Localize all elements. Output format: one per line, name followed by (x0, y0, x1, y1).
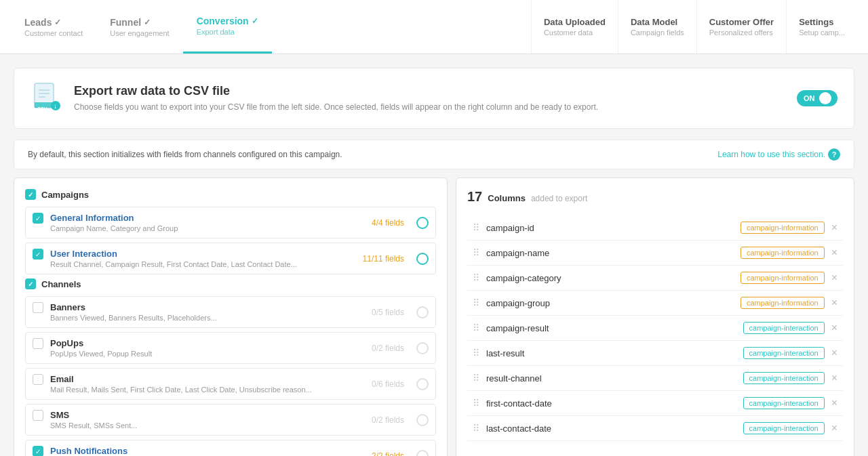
banners-checkbox[interactable] (33, 302, 43, 313)
left-panel: Campaigns General Information Campaign N… (14, 178, 448, 456)
user-interaction-desc: Result Channel, Campaign Result, First C… (50, 260, 356, 268)
learn-more-link[interactable]: Learn how to use this section. ? (717, 148, 840, 161)
popups-checkbox[interactable] (33, 338, 43, 349)
drag-handle[interactable]: ⠿ (473, 297, 479, 308)
campaigns-label: Campaigns (41, 190, 89, 200)
remove-column-button[interactable]: × (831, 398, 837, 409)
drag-handle[interactable]: ⠿ (473, 247, 479, 258)
column-tag: campaign-interaction (743, 347, 825, 359)
column-row: ⠿ campaign-group campaign-information × (467, 291, 843, 316)
popups-count: 0/2 fields (372, 344, 404, 353)
column-tag: campaign-interaction (743, 322, 825, 334)
sms-row: SMS SMS Result, SMSs Sent... 0/2 fields (25, 404, 436, 436)
column-tag: campaign-interaction (743, 422, 825, 434)
conversion-check: ✓ (252, 16, 258, 26)
export-info: Export raw data to CSV file Choose field… (74, 84, 786, 113)
push-notifications-name: Push Notifications (50, 446, 365, 456)
learn-more-text: Learn how to use this section. (717, 150, 825, 159)
nav-right: Data Uploaded Customer data Data Model C… (531, 0, 857, 54)
funnel-title: Funnel (110, 17, 141, 28)
banners-desc: Banners Viewed, Banners Results, Placeho… (50, 314, 365, 322)
email-checkbox[interactable] (33, 374, 43, 385)
column-tag: campaign-information (741, 222, 825, 234)
sms-checkbox[interactable] (33, 410, 43, 421)
drag-handle[interactable]: ⠿ (473, 272, 479, 283)
drag-handle[interactable]: ⠿ (473, 222, 479, 233)
settings-title: Settings (799, 17, 845, 27)
banners-row: Banners Banners Viewed, Banners Results,… (25, 296, 436, 328)
sms-desc: SMS Result, SMSs Sent... (50, 421, 365, 430)
nav-item-conversion[interactable]: Conversion ✓ Export data (183, 0, 272, 54)
export-description: Choose fields you want to export into yo… (74, 101, 786, 113)
drag-handle[interactable]: ⠿ (473, 373, 479, 384)
page-content: CSV ↓ Export raw data to CSV file Choose… (0, 54, 868, 456)
general-information-name: General Information (50, 213, 365, 223)
user-interaction-checkbox[interactable] (33, 249, 43, 260)
columns-added-text: added to export (531, 194, 587, 203)
nav-item-settings[interactable]: Settings Setup camp... (786, 0, 857, 54)
conversion-sub: Export data (197, 28, 258, 36)
nav-item-leads[interactable]: Leads ✓ Customer contact (11, 0, 96, 54)
nav-item-data-model[interactable]: Data Model Campaign fields (618, 0, 696, 54)
funnel-check: ✓ (144, 18, 151, 27)
column-row: ⠿ result-channel campaign-interaction × (467, 366, 843, 391)
columns-list: ⠿ campaign-id campaign-information × ⠿ c… (467, 215, 843, 441)
svg-text:CSV: CSV (37, 106, 47, 111)
column-tag: campaign-interaction (743, 397, 825, 409)
general-information-status (416, 217, 429, 229)
columns-header: 17 Columns added to export (467, 189, 843, 205)
toggle-container: ON (797, 90, 837, 106)
push-notifications-status (416, 450, 429, 457)
general-information-desc: Campaign Name, Category and Group (50, 224, 365, 232)
customer-offer-sub: Personalized offers (709, 28, 774, 37)
toggle-circle (819, 92, 831, 104)
column-tag: campaign-information (741, 272, 825, 284)
campaigns-section-header: Campaigns (25, 189, 436, 200)
remove-column-button[interactable]: × (831, 272, 837, 283)
column-row: ⠿ campaign-category campaign-information… (467, 266, 843, 291)
remove-column-button[interactable]: × (831, 348, 837, 358)
push-notifications-checkbox[interactable] (33, 446, 43, 456)
push-notifications-row: Push Notifications Push Notification Res… (25, 440, 436, 456)
nav-item-customer-offer[interactable]: Customer Offer Personalized offers (696, 0, 786, 54)
leads-sub: Customer contact (24, 29, 83, 37)
column-name: last-contact-date (486, 423, 736, 434)
column-name: last-result (486, 348, 736, 358)
email-desc: Mail Result, Mails Sent, First Click Dat… (50, 386, 365, 394)
general-information-checkbox[interactable] (33, 213, 43, 224)
columns-label: Columns (488, 193, 526, 203)
popups-status (416, 342, 429, 354)
general-information-row: General Information Campaign Name, Categ… (25, 207, 436, 239)
email-count: 0/6 fields (372, 379, 404, 389)
remove-column-button[interactable]: × (831, 323, 837, 333)
column-name: campaign-result (486, 323, 736, 333)
campaigns-checkbox[interactable] (25, 189, 36, 200)
leads-title: Leads (24, 17, 52, 28)
main-panels: Campaigns General Information Campaign N… (14, 178, 854, 456)
push-notifications-count: 2/2 fields (372, 451, 404, 457)
svg-text:↓: ↓ (54, 102, 58, 110)
remove-column-button[interactable]: × (831, 373, 837, 384)
drag-handle[interactable]: ⠿ (473, 423, 479, 434)
remove-column-button[interactable]: × (831, 297, 837, 308)
remove-column-button[interactable]: × (831, 247, 837, 258)
export-toggle[interactable]: ON (797, 90, 837, 106)
settings-sub: Setup camp... (799, 28, 845, 37)
remove-column-button[interactable]: × (831, 222, 837, 233)
column-tag: campaign-interaction (743, 372, 825, 384)
remove-column-button[interactable]: × (831, 423, 837, 434)
top-navigation: Leads ✓ Customer contact Funnel ✓ User e… (0, 0, 868, 54)
drag-handle[interactable]: ⠿ (473, 323, 479, 333)
column-row: ⠿ last-result campaign-interaction × (467, 341, 843, 366)
sms-count: 0/2 fields (372, 415, 404, 425)
column-name: campaign-id (486, 223, 734, 233)
banners-name: Banners (50, 302, 365, 312)
drag-handle[interactable]: ⠿ (473, 348, 479, 358)
nav-item-data-uploaded[interactable]: Data Uploaded Customer data (531, 0, 618, 54)
nav-item-funnel[interactable]: Funnel ✓ User engagement (96, 0, 182, 54)
channels-checkbox[interactable] (25, 278, 36, 289)
drag-handle[interactable]: ⠿ (473, 398, 479, 409)
csv-icon: CSV ↓ (31, 82, 63, 115)
column-row: ⠿ campaign-id campaign-information × (467, 215, 843, 241)
banners-count: 0/5 fields (372, 308, 404, 317)
